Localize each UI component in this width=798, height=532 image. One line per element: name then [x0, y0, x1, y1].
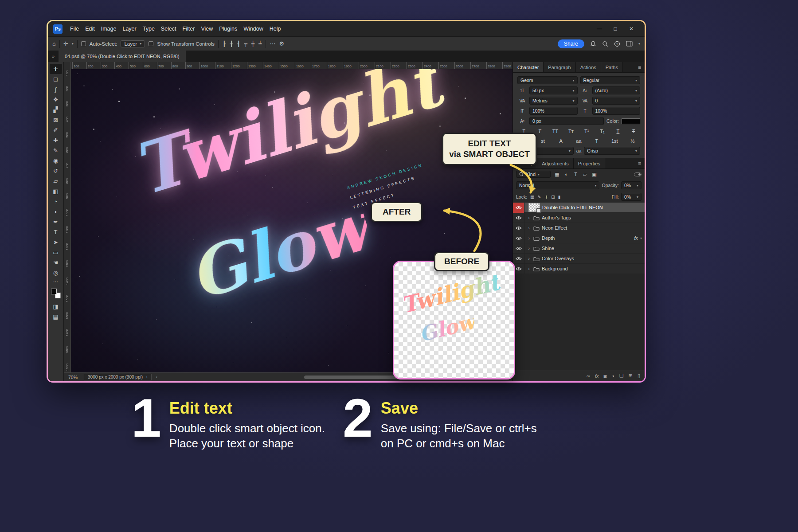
filter-smart-objects-icon[interactable]: ▣	[590, 171, 598, 178]
expand-icon[interactable]: ›	[527, 215, 531, 220]
visibility-icon[interactable]	[513, 223, 524, 233]
menu-file[interactable]: File	[67, 26, 82, 32]
layer-row[interactable]: ›Depthfx▾	[513, 233, 645, 243]
align-center-icon[interactable]: ╂	[229, 41, 233, 47]
gear-icon[interactable]: ⚙	[279, 40, 284, 47]
maximize-icon[interactable]: □	[607, 26, 623, 32]
show-transform-checkbox[interactable]	[149, 41, 153, 46]
color-swatches[interactable]	[51, 288, 61, 299]
small-caps-button[interactable]: Tᴛ	[564, 127, 577, 135]
menu-plugins[interactable]: Plugins	[216, 26, 240, 32]
filter-adjustment-layers-icon[interactable]: ◐	[562, 171, 571, 178]
zoom-tool[interactable]: ◎	[50, 268, 62, 278]
menu-select[interactable]: Select	[158, 26, 180, 32]
more-tools-icon[interactable]: ⋯	[53, 279, 58, 285]
healing-brush-tool[interactable]: ✚	[50, 135, 62, 145]
gradient-tool[interactable]: ◧	[50, 186, 62, 196]
font-style-select[interactable]: Regular▾	[580, 76, 641, 84]
font-family-select[interactable]: Geom▾	[517, 76, 578, 84]
type-tool[interactable]: T	[50, 227, 62, 237]
lock-position-icon[interactable]: ✛	[544, 195, 549, 200]
chevron-down-icon[interactable]: ▾	[638, 42, 640, 46]
visibility-icon[interactable]	[513, 254, 524, 264]
move-tool[interactable]: ✛	[50, 64, 62, 74]
eraser-tool[interactable]: ▱	[50, 176, 62, 186]
menu-layer[interactable]: Layer	[119, 26, 139, 32]
tab-properties[interactable]: Properties	[574, 158, 605, 168]
contextual-alternates-button[interactable]: st	[535, 137, 550, 145]
document-size-field[interactable]: 3000 px x 2000 px (300 ppi) ›	[84, 374, 152, 380]
shape-tool[interactable]: ▭	[50, 247, 62, 258]
move-tool-icon[interactable]: ✛	[63, 40, 68, 47]
more-options-icon[interactable]: ⋯	[270, 40, 275, 47]
strikethrough-button[interactable]: T	[627, 127, 640, 135]
layer-row[interactable]: Double Click to EDIT NEON	[513, 203, 645, 213]
tracking-select[interactable]: 0▾	[592, 97, 641, 105]
eyedropper-tool[interactable]: ✐	[50, 125, 62, 135]
baseline-shift-field[interactable]: 0 px	[529, 117, 604, 125]
foreground-color-swatch[interactable]	[51, 289, 57, 294]
search-icon[interactable]	[602, 41, 608, 47]
history-brush-tool[interactable]: ↺	[50, 166, 62, 176]
screen-mode-icon[interactable]: ▤	[50, 312, 62, 322]
lock-pixels-icon[interactable]: ✎	[537, 195, 542, 200]
adjustment-layer-icon[interactable]: ◑	[611, 373, 614, 379]
filter-pixel-layers-icon[interactable]: ▦	[553, 171, 561, 178]
tab-paths[interactable]: Paths	[601, 62, 623, 72]
font-size-select[interactable]: 50 px▾	[529, 86, 578, 94]
quick-mask-icon[interactable]: ◨	[50, 301, 62, 312]
tab-actions[interactable]: Actions	[576, 62, 601, 72]
kerning-select[interactable]: Metrics▾	[529, 97, 578, 105]
menu-edit[interactable]: Edit	[82, 26, 98, 32]
expand-icon[interactable]: ›	[527, 246, 531, 251]
panel-collapse-icon[interactable]: »	[48, 51, 59, 62]
object-selection-tool[interactable]: ❖	[50, 94, 62, 105]
expand-icon[interactable]: ›	[527, 256, 531, 261]
new-layer-icon[interactable]: ⊞	[629, 373, 633, 379]
anti-alias-select[interactable]: Crisp▾	[584, 147, 640, 155]
scroll-left-icon[interactable]: ‹	[153, 375, 160, 379]
filter-shape-layers-icon[interactable]: ▱	[581, 171, 589, 178]
horizontal-scale-field[interactable]: 100%	[592, 107, 641, 115]
filtering-toggle[interactable]	[634, 172, 642, 176]
hand-tool[interactable]: ☚	[50, 258, 62, 268]
workspace-icon[interactable]	[626, 41, 633, 47]
dodge-tool[interactable]: ◖	[50, 207, 62, 217]
smart-object-thumbnail[interactable]	[528, 203, 540, 212]
marquee-tool[interactable]: ◻	[50, 74, 62, 84]
fractions-button[interactable]: ½	[625, 137, 640, 145]
layer-row[interactable]: ›Color Overlays	[513, 254, 645, 264]
layer-fx-label[interactable]: fx	[634, 235, 638, 241]
document-tab[interactable]: 04.psd @ 70% (Double Click to EDIT NEON,…	[59, 51, 186, 62]
link-layers-icon[interactable]: ∞	[587, 373, 590, 379]
visibility-icon[interactable]	[513, 233, 524, 243]
new-group-icon[interactable]: ❏	[619, 373, 624, 379]
bell-icon[interactable]	[590, 41, 596, 47]
all-caps-button[interactable]: TT	[549, 127, 562, 135]
subscript-button[interactable]: T₁	[596, 127, 609, 135]
filter-type-layers-icon[interactable]: T	[571, 171, 580, 178]
lasso-tool[interactable]: ʃ	[50, 84, 62, 94]
layer-row[interactable]: ›Author's Tags	[513, 213, 645, 223]
delete-layer-icon[interactable]: ▯	[638, 373, 640, 379]
expand-icon[interactable]: ›	[527, 225, 531, 231]
underline-button[interactable]: T	[611, 127, 624, 135]
align-left-icon[interactable]: ┠	[222, 41, 226, 47]
layer-effects-icon[interactable]: fx	[595, 373, 599, 379]
visibility-icon[interactable]	[513, 203, 524, 213]
tab-character[interactable]: Character	[513, 62, 544, 72]
share-button[interactable]: Share	[558, 39, 584, 48]
align-bottom-icon[interactable]: ┷	[258, 41, 262, 47]
zoom-level[interactable]: 70%	[64, 375, 82, 380]
lock-transparent-icon[interactable]: ▦	[529, 195, 535, 200]
blend-mode-select[interactable]: Normal▾	[516, 181, 599, 189]
stylistic-alternates-button[interactable]: aa	[571, 137, 586, 145]
menu-filter[interactable]: Filter	[180, 26, 198, 32]
close-icon[interactable]: ✕	[623, 26, 639, 32]
panel-menu-icon[interactable]: ≡	[634, 158, 645, 168]
leading-select[interactable]: (Auto)▾	[592, 86, 641, 94]
lock-artboard-icon[interactable]: ⊞	[550, 195, 555, 200]
superscript-button[interactable]: T¹	[580, 127, 593, 135]
vertical-ruler[interactable]: 1002003004005006007008009001000110012001…	[64, 69, 71, 372]
align-right-icon[interactable]: ┨	[236, 41, 240, 47]
